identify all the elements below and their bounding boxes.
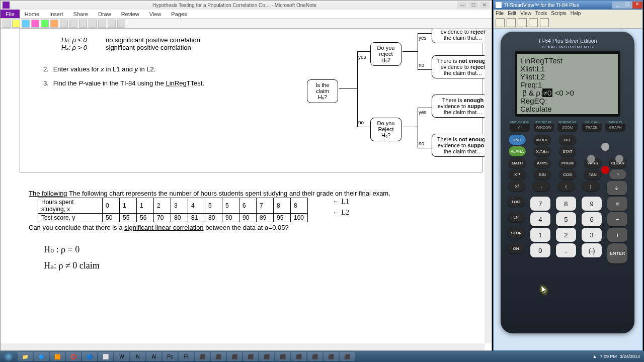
taskbar-app7[interactable]: ⬛ <box>243 352 258 361</box>
tool-undo[interactable] <box>60 20 68 28</box>
key-dot[interactable]: . <box>556 243 576 257</box>
tab-review[interactable]: Review <box>116 10 144 18</box>
tool-hl-green[interactable] <box>41 20 49 28</box>
key-y[interactable]: Y= <box>510 124 530 132</box>
tool-more[interactable] <box>117 20 125 28</box>
key-trace[interactable]: TRACE <box>582 124 602 132</box>
tab-pages[interactable]: Pages <box>166 10 192 18</box>
taskbar-app2[interactable]: 🟧 <box>50 352 65 361</box>
key-sto[interactable]: STO▸ <box>508 228 525 238</box>
tool-redo[interactable] <box>69 20 77 28</box>
sv-minimize[interactable]: _ <box>612 2 622 9</box>
key-neg[interactable]: (-) <box>582 243 602 257</box>
taskbar-app10[interactable]: ⬛ <box>291 352 306 361</box>
key-sub[interactable]: − <box>607 212 627 226</box>
key-alpha[interactable]: ALPHA <box>509 146 526 156</box>
key-1[interactable]: 1 <box>530 228 550 242</box>
scrollbar-horizontal[interactable] <box>1 343 485 350</box>
file-tab[interactable]: File <box>1 10 20 18</box>
key-ln[interactable]: LN <box>508 212 525 222</box>
key-math[interactable]: MATH <box>509 158 526 168</box>
taskbar-app3[interactable]: ⬜ <box>98 352 113 361</box>
sv-maximize[interactable]: ☐ <box>622 2 632 9</box>
key-log[interactable]: LOG <box>508 197 525 207</box>
onenote-titlebar[interactable]: Hypothesis Testing for a Population Corr… <box>1 1 492 10</box>
close-button[interactable]: ✕ <box>479 2 490 9</box>
dpad-right[interactable] <box>615 155 623 163</box>
key-5[interactable]: 5 <box>556 212 576 226</box>
tool-hl-pink[interactable] <box>31 20 39 28</box>
maximize-button[interactable]: ☐ <box>468 2 478 9</box>
key-2[interactable]: 2 <box>556 228 576 242</box>
key-comma[interactable]: , <box>533 181 550 191</box>
key-9[interactable]: 9 <box>582 197 602 211</box>
tool-eraser[interactable] <box>79 20 87 28</box>
taskbar-app11[interactable]: ⬛ <box>307 352 323 361</box>
start-button[interactable] <box>0 351 17 362</box>
tab-draw[interactable]: Draw <box>93 10 116 18</box>
key-7[interactable]: 7 <box>530 197 550 211</box>
dpad-down[interactable] <box>601 166 609 174</box>
taskbar-app1[interactable]: 🔷 <box>34 352 49 361</box>
scrollbar-vertical[interactable] <box>485 29 492 343</box>
key-6[interactable]: 6 <box>582 212 602 226</box>
taskbar-word[interactable]: W <box>114 352 129 361</box>
taskbar-app4[interactable]: ⬛ <box>195 352 210 361</box>
taskbar-explorer[interactable]: 📁 <box>18 352 33 361</box>
key-on[interactable]: ON <box>508 243 525 253</box>
tab-home[interactable]: Home <box>20 10 44 18</box>
taskbar-fl[interactable]: Fl <box>179 352 194 361</box>
taskbar-app8[interactable]: ⬛ <box>259 352 274 361</box>
sv-tool-5[interactable] <box>540 18 549 27</box>
sv-close[interactable]: ✕ <box>632 2 642 9</box>
key-prgm[interactable]: PRGM <box>559 158 576 168</box>
tray-icon[interactable]: ▲ <box>593 354 597 359</box>
menu-help[interactable]: Help <box>571 11 581 16</box>
taskbar-app6[interactable]: ⬛ <box>227 352 242 361</box>
tool-pen1[interactable] <box>3 20 11 28</box>
taskbar-app13[interactable]: ⬛ <box>340 352 355 361</box>
tool-select[interactable] <box>89 20 97 28</box>
key-add[interactable]: + <box>607 228 627 242</box>
key-x2[interactable]: X² <box>508 181 525 191</box>
key-rparen[interactable]: ) <box>582 181 599 191</box>
menu-edit[interactable]: Edit <box>508 11 516 16</box>
key-enter[interactable]: ENTER <box>607 243 627 263</box>
key-3[interactable]: 3 <box>582 228 602 242</box>
taskbar-onenote[interactable]: N <box>130 352 145 361</box>
menu-view[interactable]: View <box>520 11 531 16</box>
dpad-up[interactable] <box>601 143 609 151</box>
key-sin[interactable]: SIN <box>534 169 551 179</box>
sv-tool-4[interactable] <box>529 18 538 27</box>
page-canvas[interactable]: H₀: ρ ≤ 0no significant positive correla… <box>1 29 485 343</box>
minimize-button[interactable]: — <box>457 2 467 9</box>
key-xinv[interactable]: X⁻¹ <box>509 169 526 179</box>
taskbar-chrome[interactable]: ⭕ <box>66 352 81 361</box>
tool-zoom[interactable] <box>108 20 116 28</box>
smartview-titlebar[interactable]: TI-SmartView™ for the TI-84 Plus _ ☐ ✕ <box>494 1 642 10</box>
key-cos[interactable]: COS <box>559 169 576 179</box>
key-lparen[interactable]: ( <box>557 181 575 191</box>
menu-scripts[interactable]: Scripts <box>551 11 567 16</box>
taskbar-ai[interactable]: Ai <box>146 352 162 361</box>
key-2nd[interactable]: 2ND <box>509 135 526 145</box>
key-0[interactable]: 0 <box>530 243 550 257</box>
key-apps[interactable]: APPS <box>534 158 551 168</box>
key-4[interactable]: 4 <box>530 212 550 226</box>
taskbar-skype[interactable]: 🔵 <box>82 352 97 361</box>
key-8[interactable]: 8 <box>556 197 576 211</box>
tool-pan[interactable] <box>98 20 106 28</box>
taskbar-app12[interactable]: ⬛ <box>324 352 339 361</box>
menu-file[interactable]: File <box>496 11 504 16</box>
taskbar-app5[interactable]: ⬛ <box>211 352 226 361</box>
system-tray[interactable]: ▲ 7:09 PM 3/24/2014 <box>589 354 645 359</box>
menu-tools[interactable]: Tools <box>535 11 547 16</box>
sv-tool-1[interactable] <box>496 18 505 27</box>
key-window[interactable]: WINDOW <box>534 124 554 132</box>
key-stat[interactable]: STAT <box>559 146 576 156</box>
key-mode[interactable]: MODE <box>534 135 551 145</box>
tool-hl-blue[interactable] <box>22 20 30 28</box>
key-xt[interactable]: X,T,θ,n <box>534 146 551 156</box>
taskbar-ps[interactable]: Ps <box>163 352 178 361</box>
dpad-left[interactable] <box>587 155 595 163</box>
